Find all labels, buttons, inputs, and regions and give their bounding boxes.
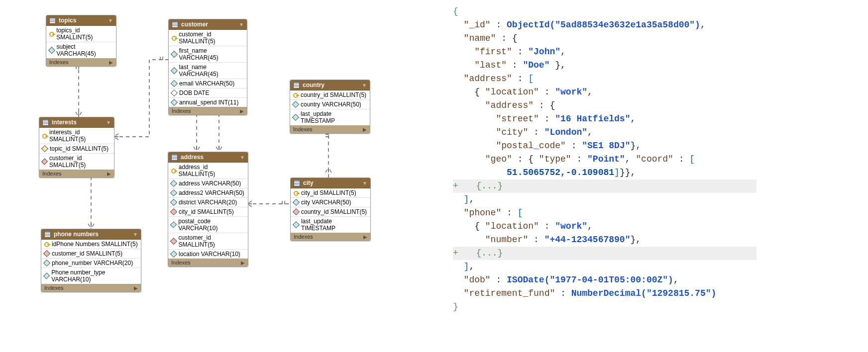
column-row[interactable]: address2 VARCHAR(50) [168, 188, 248, 198]
chevron-down-icon: ▼ [362, 180, 367, 186]
column-row[interactable]: annual_spend INT(11) [169, 98, 247, 107]
entity-header[interactable]: city ▼ [291, 178, 370, 188]
entity-header[interactable]: topics ▼ [46, 15, 116, 26]
chevron-right-icon: ▶ [109, 60, 113, 65]
column-row[interactable]: topic_id SMALLINT(5) [39, 144, 114, 154]
json-document: { "_id" : ObjectId("5ad88534e3632e1a35a5… [453, 5, 757, 314]
entity-title: address [181, 154, 204, 161]
column-row[interactable]: address_id SMALLINT(5) [168, 163, 248, 179]
column-row[interactable]: last_name VARCHAR(45) [169, 63, 247, 79]
column-row[interactable]: district VARCHAR(20) [168, 198, 248, 207]
column-row[interactable]: city_id SMALLINT(5) [168, 207, 248, 217]
column-row[interactable]: Phone number_type VARCHAR(10) [41, 268, 141, 284]
column-row[interactable]: last_update TIMESTAMP [291, 217, 370, 233]
diamond-icon [293, 199, 300, 206]
entity-columns: customer_id SMALLINT(5) first_name VARCH… [169, 30, 247, 107]
diamond-icon [292, 114, 299, 121]
indexes-row[interactable]: Indexes▶ [46, 58, 116, 66]
column-row[interactable]: location VARCHAR(10) [168, 250, 248, 259]
entity-address[interactable]: address ▼ address_id SMALLINT(5) address… [168, 152, 248, 267]
indexes-row[interactable]: Indexes▶ [290, 125, 370, 133]
table-icon [294, 180, 300, 186]
entity-interests[interactable]: interests ▼ interests_id SMALLINT(5) top… [39, 117, 114, 178]
indexes-row[interactable]: Indexes▶ [291, 233, 370, 241]
fold-line[interactable]: + {...} [453, 247, 757, 260]
erd-canvas: topics ▼ topics_id SMALLINT(5) subject V… [0, 0, 378, 352]
chevron-down-icon: ▼ [133, 232, 138, 237]
entity-columns: country_id SMALLINT(5) country VARCHAR(5… [290, 90, 370, 125]
indexes-row[interactable]: Indexes▶ [41, 284, 141, 292]
entity-topics[interactable]: topics ▼ topics_id SMALLINT(5) subject V… [46, 15, 116, 67]
column-row[interactable]: topics_id SMALLINT(5) [46, 26, 116, 42]
entity-header[interactable]: country ▼ [290, 80, 370, 90]
column-row[interactable]: DOB DATE [169, 88, 247, 98]
chevron-down-icon: ▼ [108, 18, 113, 23]
entity-title: customer [181, 21, 208, 28]
entity-title: interests [52, 119, 77, 126]
column-row[interactable]: customer_id SMALLINT(5) [169, 30, 247, 46]
diamond-icon [170, 189, 177, 196]
entity-phone-numbers[interactable]: phone numbers ▼ idPhone Numbers SMALLINT… [41, 229, 141, 292]
diamond-icon [293, 208, 300, 215]
key-icon [171, 168, 176, 173]
diamond-icon [43, 250, 50, 257]
column-row[interactable]: customer_id SMALLINT(5) [168, 233, 248, 250]
column-row[interactable]: postal_code VARCHAR(10) [168, 217, 248, 233]
indexes-row[interactable]: Indexes▶ [39, 170, 114, 177]
key-icon [294, 190, 299, 195]
diamond-icon [293, 221, 300, 228]
entity-header[interactable]: address ▼ [168, 152, 248, 163]
entity-customer[interactable]: customer ▼ customer_id SMALLINT(5) first… [168, 19, 247, 115]
indexes-row[interactable]: Indexes▶ [169, 107, 247, 115]
key-icon [42, 133, 47, 138]
diamond-icon [170, 208, 177, 215]
key-icon [293, 92, 298, 97]
column-row[interactable]: country_id SMALLINT(5) [291, 207, 370, 217]
table-icon [49, 17, 56, 24]
diamond-icon [170, 221, 177, 228]
column-row[interactable]: phone_number VARCHAR(20) [41, 259, 141, 268]
chevron-right-icon: ▶ [363, 234, 367, 240]
column-row[interactable]: customer_id SMALLINT(5) [39, 154, 114, 170]
column-row[interactable]: idPhone Numbers SMALLINT(5) [41, 240, 141, 249]
chevron-right-icon: ▶ [240, 108, 244, 114]
column-row[interactable]: address VARCHAR(50) [168, 179, 248, 188]
diamond-icon [170, 238, 177, 245]
diamond-icon [43, 260, 50, 266]
entity-header[interactable]: interests ▼ [39, 117, 114, 128]
diamond-icon [43, 272, 50, 279]
table-icon [172, 21, 178, 28]
diamond-icon [171, 89, 178, 96]
key-icon [44, 242, 49, 247]
indexes-row[interactable]: Indexes▶ [168, 259, 248, 266]
comparison-stage: topics ▼ topics_id SMALLINT(5) subject V… [0, 0, 868, 352]
column-row[interactable]: country_id SMALLINT(5) [290, 90, 370, 100]
diamond-icon [170, 251, 177, 258]
entity-city[interactable]: city ▼ city_id SMALLINT(5) city VARCHAR(… [290, 177, 371, 241]
column-row[interactable]: country VARCHAR(50) [290, 100, 370, 109]
column-row[interactable]: interests_id SMALLINT(5) [39, 128, 114, 144]
column-row[interactable]: subject VARCHAR(45) [46, 42, 116, 58]
entity-country[interactable]: country ▼ country_id SMALLINT(5) country… [290, 80, 370, 134]
column-row[interactable]: email VARCHAR(50) [169, 79, 247, 88]
column-row[interactable]: city_id SMALLINT(5) [291, 188, 370, 198]
entity-columns: topics_id SMALLINT(5) subject VARCHAR(45… [46, 26, 116, 58]
table-icon [42, 119, 49, 126]
table-icon [293, 82, 300, 88]
column-row[interactable]: last_update TIMESTAMP [290, 109, 370, 125]
column-row[interactable]: first_name VARCHAR(45) [169, 46, 247, 63]
entity-columns: idPhone Numbers SMALLINT(5) customer_id … [41, 240, 141, 284]
fold-line[interactable]: + {...} [453, 179, 757, 193]
diamond-icon [170, 199, 177, 206]
diamond-icon [41, 158, 48, 165]
entity-columns: interests_id SMALLINT(5) topic_id SMALLI… [39, 128, 114, 170]
entity-title: phone numbers [54, 231, 99, 238]
entity-title: topics [59, 17, 76, 24]
diamond-icon [292, 101, 299, 108]
diamond-icon [171, 67, 178, 74]
column-row[interactable]: customer_id SMALLINT(5) [41, 249, 141, 259]
entity-header[interactable]: phone numbers ▼ [41, 229, 141, 240]
entity-header[interactable]: customer ▼ [169, 19, 247, 30]
chevron-down-icon: ▼ [239, 22, 244, 27]
column-row[interactable]: city VARCHAR(50) [291, 198, 370, 207]
